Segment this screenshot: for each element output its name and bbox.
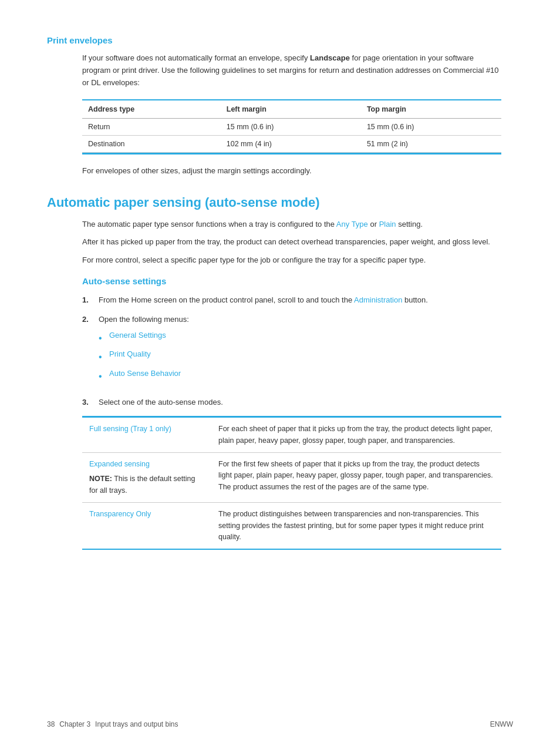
envelope-table-header-row: Address type Left margin Top margin: [82, 100, 501, 119]
transparency-only-label: Transparency Only: [82, 503, 211, 550]
print-envelopes-title: Print envelopes: [47, 35, 513, 45]
footer-chapter: Chapter 3: [59, 720, 90, 728]
intro-bold: Landscape: [310, 53, 350, 62]
step3-content: Select one of the auto-sense modes.: [99, 396, 501, 409]
step-num-2: 2.: [82, 314, 99, 326]
table-row: Destination 102 mm (4 in) 51 mm (2 in): [82, 136, 501, 153]
list-item: 1. From the Home screen on the product c…: [82, 294, 501, 307]
step1-pre: From the Home screen on the product cont…: [99, 295, 354, 304]
print-envelopes-intro: If your software does not automatically …: [82, 52, 501, 89]
step-num-1: 1.: [82, 294, 99, 307]
menu-items-list: • General Settings • Print Quality • Aut…: [99, 330, 501, 384]
expanded-sensing-cell: Expanded sensing NOTE: This is the defau…: [82, 453, 211, 503]
row-return-top: 15 mm (0.6 in): [361, 119, 501, 136]
step1-content: From the Home screen on the product cont…: [99, 294, 501, 307]
table-row: Full sensing (Tray 1 only) For each shee…: [82, 418, 501, 452]
print-envelopes-section: Print envelopes If your software does no…: [47, 35, 513, 177]
expanded-sensing-desc: For the first few sheets of paper that i…: [211, 453, 501, 503]
col-address-type: Address type: [82, 100, 221, 119]
bullet-icon: •: [99, 348, 109, 365]
table-row: Expanded sensing NOTE: This is the defau…: [82, 453, 501, 503]
row-dest-label: Destination: [82, 136, 221, 153]
row-return-left: 15 mm (0.6 in): [221, 119, 361, 136]
step2-text: Open the following menus:: [99, 315, 189, 324]
list-item: 3. Select one of the auto-sense modes.: [82, 396, 501, 409]
envelope-table: Address type Left margin Top margin Retu…: [82, 99, 501, 154]
auto-sense-settings-title: Auto-sense settings: [82, 276, 501, 286]
step2-content: Open the following menus: • General Sett…: [99, 314, 501, 390]
footer-enww: ENWW: [490, 720, 513, 728]
note-label: NOTE:: [89, 475, 112, 483]
page-content: Print envelopes If your software does no…: [0, 0, 560, 609]
list-item: 2. Open the following menus: • General S…: [82, 314, 501, 390]
row-dest-top: 51 mm (2 in): [361, 136, 501, 153]
auto-sense-behavior-link[interactable]: Auto Sense Behavior: [109, 368, 181, 380]
auto-sense-settings-subsection: Auto-sense settings 1. From the Home scr…: [82, 276, 501, 550]
col-left-margin: Left margin: [221, 100, 361, 119]
bullet-icon: •: [99, 330, 109, 346]
auto-sense-title: Automatic paper sensing (auto-sense mode…: [47, 195, 513, 210]
envelope-table-body: Return 15 mm (0.6 in) 15 mm (0.6 in) Des…: [82, 119, 501, 153]
full-sensing-link[interactable]: Full sensing (Tray 1 only): [89, 425, 171, 433]
list-item: • General Settings: [99, 330, 501, 346]
para1-post: setting.: [396, 220, 423, 228]
para1-pre: The automatic paper type sensor function…: [82, 220, 336, 228]
bullet-icon: •: [99, 368, 109, 384]
print-quality-link[interactable]: Print Quality: [109, 348, 151, 361]
autosense-modes-table: Full sensing (Tray 1 only) For each shee…: [82, 416, 501, 550]
table-row: Transparency Only The product distinguis…: [82, 503, 501, 550]
list-item: • Print Quality: [99, 348, 501, 365]
print-envelopes-body: If your software does not automatically …: [82, 52, 501, 177]
footer-chapter-title: Input trays and output bins: [95, 720, 178, 728]
table-row: Return 15 mm (0.6 in) 15 mm (0.6 in): [82, 119, 501, 136]
list-item: • Auto Sense Behavior: [99, 368, 501, 384]
row-dest-left: 102 mm (4 in): [221, 136, 361, 153]
auto-sense-para1: The automatic paper type sensor function…: [82, 219, 501, 231]
row-return-label: Return: [82, 119, 221, 136]
footer-left: 38 Chapter 3 Input trays and output bins: [47, 720, 178, 728]
auto-sense-para3: For more control, select a specific pape…: [82, 254, 501, 267]
auto-sense-body: The automatic paper type sensor function…: [82, 219, 501, 550]
plain-link[interactable]: Plain: [379, 220, 396, 228]
envelope-footer-note: For envelopes of other sizes, adjust the…: [82, 165, 501, 177]
envelope-table-foot: [82, 153, 501, 154]
autosense-table-body: Full sensing (Tray 1 only) For each shee…: [82, 418, 501, 549]
expanded-sensing-link[interactable]: Expanded sensing: [89, 459, 204, 470]
intro-text: If your software does not automatically …: [82, 53, 310, 62]
steps-list: 1. From the Home screen on the product c…: [82, 294, 501, 409]
general-settings-link[interactable]: General Settings: [109, 330, 166, 342]
para1-mid: or: [368, 220, 379, 228]
envelope-table-head: Address type Left margin Top margin: [82, 100, 501, 119]
auto-sense-para2: After it has picked up paper from the tr…: [82, 236, 501, 248]
footer-right: ENWW: [490, 720, 513, 728]
footer-page-num: 38: [47, 720, 55, 728]
step-num-3: 3.: [82, 396, 99, 409]
page-footer: 38 Chapter 3 Input trays and output bins…: [0, 720, 560, 728]
transparency-only-desc: The product distinguishes between transp…: [211, 503, 501, 550]
col-top-margin: Top margin: [361, 100, 501, 119]
full-sensing-desc: For each sheet of paper that it picks up…: [211, 418, 501, 452]
transparency-only-link[interactable]: Transparency Only: [89, 510, 151, 518]
any-type-link[interactable]: Any Type: [336, 220, 368, 228]
step1-post: button.: [402, 295, 427, 304]
auto-sense-section: Automatic paper sensing (auto-sense mode…: [47, 195, 513, 550]
administration-link[interactable]: Administration: [354, 295, 402, 304]
full-sensing-label: Full sensing (Tray 1 only): [82, 418, 211, 452]
